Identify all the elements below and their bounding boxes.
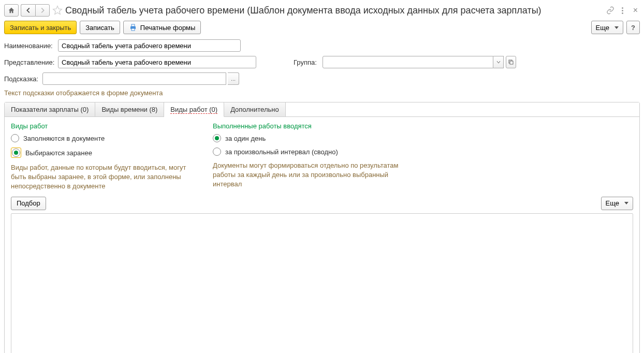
print-forms-button[interactable]: Печатные формы xyxy=(123,21,201,34)
hint-ellipsis-button[interactable]: ... xyxy=(228,72,239,85)
menu-icon[interactable] xyxy=(619,6,627,14)
hint-input[interactable] xyxy=(42,72,226,85)
forward-button[interactable] xyxy=(35,4,50,17)
radio-label: Заполняются в документе xyxy=(23,135,105,142)
svg-rect-1 xyxy=(131,24,135,26)
close-button[interactable]: × xyxy=(631,6,640,15)
radio-label: Выбираются заранее xyxy=(25,149,92,157)
completed-work-title: Выполненные работы вводятся xyxy=(213,122,399,130)
radio-icon xyxy=(12,149,20,157)
group-open-button[interactable] xyxy=(506,56,516,68)
work-types-list[interactable] xyxy=(11,213,633,353)
group-dropdown-button[interactable] xyxy=(493,56,504,68)
tab-additional[interactable]: Дополнительно xyxy=(224,102,286,116)
svg-rect-4 xyxy=(510,61,513,64)
page-title: Сводный табель учета рабочего времени (Ш… xyxy=(65,5,604,16)
name-label: Наименование: xyxy=(4,42,55,50)
group-label: Группа: xyxy=(294,58,319,66)
work-types-title: Виды работ xyxy=(11,122,197,130)
radio-icon xyxy=(11,134,19,142)
link-icon[interactable] xyxy=(606,6,614,14)
tab-work-types[interactable]: Виды работ (0) xyxy=(164,102,224,117)
tab-salary-indicators[interactable]: Показатели зарплаты (0) xyxy=(5,102,95,116)
save-button[interactable]: Записать xyxy=(80,21,120,34)
radio-label: за один день xyxy=(225,135,266,142)
radio-interval[interactable]: за произвольный интервал (сводно) xyxy=(213,148,399,156)
hint-description: Текст подсказки отображается в форме док… xyxy=(4,89,640,97)
more-button-top[interactable]: Еще xyxy=(591,21,623,34)
radio-fill-in-document[interactable]: Заполняются в документе xyxy=(11,134,197,142)
radio-one-day[interactable]: за один день xyxy=(213,134,399,142)
radio-icon xyxy=(213,134,221,142)
name-input[interactable] xyxy=(58,39,241,52)
tabs-bar: Показатели зарплаты (0) Виды времени (8)… xyxy=(5,102,639,117)
save-close-button[interactable]: Записать и закрыть xyxy=(4,21,77,34)
help-button[interactable]: ? xyxy=(626,21,640,34)
back-button[interactable] xyxy=(21,4,35,17)
home-button[interactable] xyxy=(4,4,19,17)
completed-work-description: Документы могут формироваться отдельно п… xyxy=(213,161,399,189)
favorite-icon[interactable] xyxy=(52,5,63,16)
print-forms-label: Печатные формы xyxy=(140,24,196,32)
radio-label: за произвольный интервал (сводно) xyxy=(225,148,338,156)
tab-time-types[interactable]: Виды времени (8) xyxy=(95,102,164,116)
hint-label: Подсказка: xyxy=(4,75,39,83)
presentation-input[interactable] xyxy=(58,56,256,68)
group-input[interactable] xyxy=(323,56,493,68)
more-button-list[interactable]: Еще xyxy=(601,197,633,210)
printer-icon xyxy=(129,23,137,32)
work-types-description: Виды работ, данные по которым будут ввод… xyxy=(11,163,197,192)
radio-icon xyxy=(213,148,221,156)
select-button[interactable]: Подбор xyxy=(11,197,46,210)
presentation-label: Представление: xyxy=(4,58,55,66)
radio-select-beforehand[interactable]: Выбираются заранее xyxy=(11,148,197,158)
svg-rect-2 xyxy=(131,28,135,31)
